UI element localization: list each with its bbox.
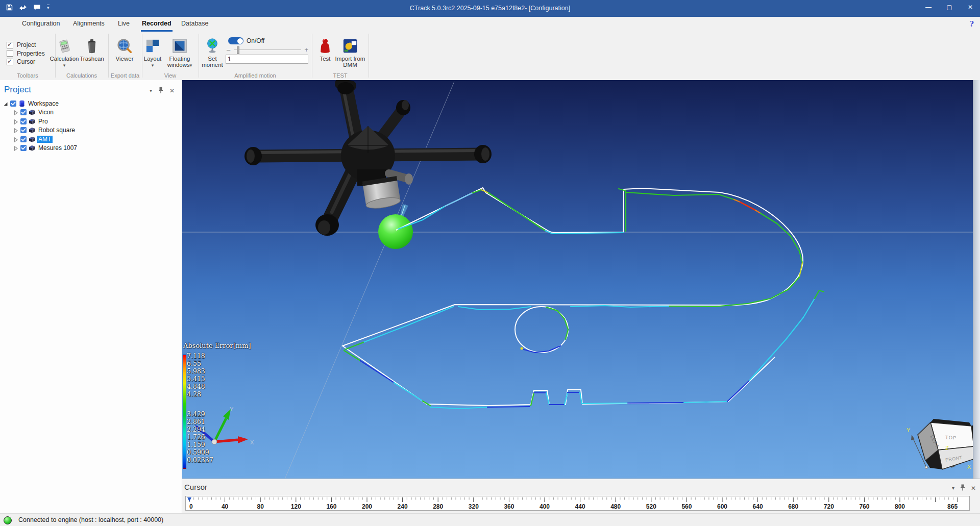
ruler-tick-label: 560 (681, 503, 692, 510)
calculation-button[interactable]: Calculation ▾ (50, 38, 79, 68)
axis-triad: X Y (195, 406, 254, 445)
tree-checkbox[interactable] (20, 109, 27, 115)
ruler-tick-label: 360 (504, 503, 514, 510)
ruler-tick-label: 0 (189, 503, 193, 510)
expander-collapsed-icon[interactable] (13, 110, 18, 115)
timeline-ruler[interactable]: 0408012016020024028032036040044048052056… (185, 496, 970, 511)
group-label-amplified-motion: Amplified motion (199, 72, 312, 79)
tree-item-mesures-1007[interactable]: Mesures 1007 (13, 144, 79, 153)
tree-item-label[interactable]: Vicon (37, 109, 55, 116)
close-button[interactable]: ✕ (967, 4, 974, 11)
close-panel-icon[interactable]: ✕ (169, 88, 175, 94)
trashcan-button[interactable]: Trashcan (78, 38, 106, 62)
toolbar-checkbox-project[interactable]: Project (7, 41, 36, 48)
set-moment-button[interactable]: Set moment (200, 38, 225, 68)
import-from-dmm-button[interactable]: Import from DMM (335, 38, 365, 68)
tree-item-amt[interactable]: AMT (13, 135, 53, 143)
tree-item-label[interactable]: Mesures 1007 (37, 144, 79, 152)
chevron-down-icon[interactable]: ▾ (63, 62, 66, 68)
help-icon[interactable]: ? (969, 19, 974, 29)
tree-item-pro[interactable]: Pro (13, 117, 50, 126)
timeline-ruler-svg[interactable]: 0408012016020024028032036040044048052056… (186, 496, 969, 510)
toolbar-checkbox-properties[interactable]: Properties (7, 50, 45, 57)
viewport-scrollbar-gutter[interactable] (973, 80, 980, 479)
tab-live[interactable]: Live (117, 17, 131, 30)
group-label-export-data: Export data (108, 72, 142, 79)
ruler-tick-label: 680 (788, 503, 798, 510)
3d-scene[interactable]: X Y TOP LEFT FRONT Y Z (182, 80, 973, 479)
tree-item-robot-square[interactable]: Robot square (13, 126, 77, 135)
workspace-icon (18, 100, 26, 107)
slider-handle[interactable] (237, 46, 239, 54)
checkbox-icon[interactable] (7, 42, 13, 48)
viewport-3d[interactable]: X Y TOP LEFT FRONT Y Z (182, 80, 973, 479)
tab-alignments[interactable]: Alignments (72, 17, 106, 30)
save-icon[interactable] (6, 4, 13, 11)
tree-item-vicon[interactable]: Vicon (13, 108, 55, 117)
checkbox-icon[interactable] (7, 50, 13, 57)
tracker-device (244, 80, 492, 236)
expander-collapsed-icon[interactable] (13, 145, 18, 151)
ruler-tick-label: 160 (326, 503, 336, 510)
ruler-tick-label: 720 (824, 503, 834, 510)
tree-checkbox[interactable] (20, 118, 27, 124)
viewer-icon (117, 38, 132, 54)
expander-collapsed-icon[interactable] (13, 137, 18, 142)
tree-checkbox[interactable] (20, 127, 27, 133)
tab-database[interactable]: Database (180, 17, 210, 30)
expander-collapsed-icon[interactable] (13, 119, 18, 124)
tab-configuration[interactable]: Configuration (21, 17, 61, 30)
device-icon (29, 127, 36, 134)
floating-windows-button[interactable]: Floating windows▾ (164, 38, 195, 68)
panel-menu-icon[interactable]: ▾ (952, 486, 954, 491)
ruler-tick-label: 600 (717, 503, 727, 510)
import-from-dmm-label: Import from DMM (335, 56, 365, 68)
amplified-motion-slider[interactable]: – + (227, 46, 308, 54)
target-sphere (378, 214, 413, 249)
tree-item-label[interactable]: Pro (37, 118, 50, 125)
set-moment-label: Set moment (200, 56, 225, 68)
onoff-label: On/Off (247, 37, 264, 44)
maximize-button[interactable]: ▢ (946, 4, 953, 11)
expander-collapsed-icon[interactable] (13, 128, 18, 133)
tree-item-label[interactable]: Robot square (37, 127, 77, 134)
checkbox-icon[interactable] (7, 59, 13, 65)
slider-plus[interactable]: + (304, 46, 308, 53)
tree-checkbox[interactable] (20, 136, 27, 142)
nav-cube[interactable]: TOP LEFT FRONT Y Z X (906, 419, 973, 470)
test-button[interactable]: Test (312, 38, 338, 62)
close-panel-icon[interactable]: ✕ (971, 485, 976, 491)
tree-item-label[interactable]: Workspace (27, 100, 60, 107)
tree-item-workspace[interactable]: Workspace (3, 99, 60, 108)
tree-checkbox[interactable] (20, 145, 27, 151)
ruler-tick-label: 280 (433, 503, 443, 510)
layout-button[interactable]: Layout ▾ (138, 38, 167, 68)
amplified-motion-value-input[interactable] (226, 55, 308, 64)
onoff-toggle[interactable] (228, 37, 243, 44)
status-text: Connected to engine (host : localhost, p… (18, 516, 163, 523)
toolbar-checkbox-cursor[interactable]: Cursor (7, 58, 35, 65)
ruler-tick-label: 80 (257, 503, 264, 510)
minimize-button[interactable]: — (925, 4, 932, 11)
chevron-down-icon[interactable]: ▾ (152, 62, 154, 68)
chat-icon[interactable] (33, 4, 41, 11)
status-bar: Connected to engine (host : localhost, p… (0, 513, 980, 526)
connect-icon[interactable] (19, 5, 27, 11)
quick-access-dropdown-icon[interactable]: ▾ (47, 5, 50, 10)
group-divider (199, 34, 199, 78)
tree-checkbox[interactable] (10, 101, 16, 107)
slider-minus[interactable]: – (227, 46, 230, 53)
viewer-button[interactable]: Viewer (110, 38, 139, 62)
slider-track[interactable] (234, 49, 301, 50)
cube-y-label: Y (906, 427, 911, 433)
ruler-tick-label: 440 (575, 503, 585, 510)
pin-icon[interactable] (158, 86, 163, 95)
panel-menu-icon[interactable]: ▾ (150, 88, 152, 93)
tab-recorded[interactable]: Recorded (141, 17, 173, 32)
tree-item-label[interactable]: AMT (37, 136, 53, 143)
timeline-cursor-marker[interactable] (187, 497, 191, 502)
expander-expanded-icon[interactable] (3, 101, 8, 106)
calculation-label: Calculation (50, 56, 79, 62)
triad-x-label: X (250, 439, 254, 445)
pin-icon[interactable] (960, 484, 965, 493)
